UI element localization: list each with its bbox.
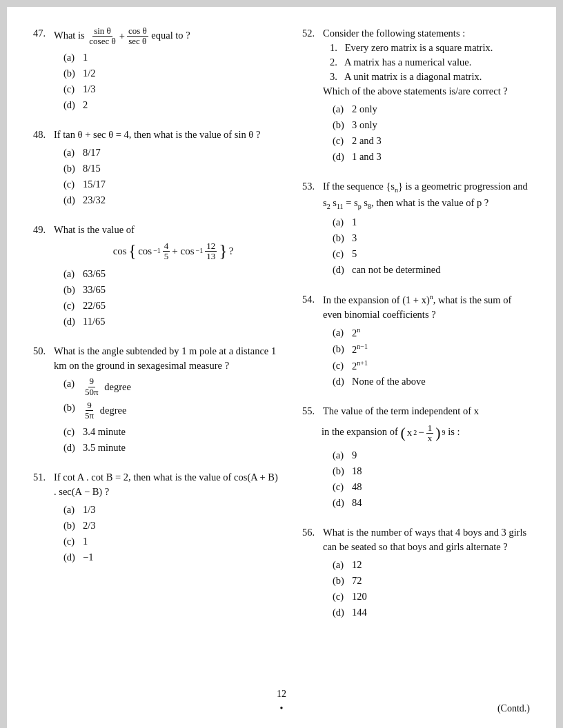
q47-formula: sin θ cosec θ + cos θ sec θ — [87, 26, 148, 47]
q50-body: What is the angle subtended by 1 m pole … — [54, 344, 283, 373]
q48-body: If tan θ + sec θ = 4, then what is the v… — [54, 128, 283, 142]
q49-options: (a)63/65 (b)33/65 (c)22/65 (d)11/65 — [63, 267, 283, 329]
q49-num: 49. — [33, 223, 51, 237]
q47-body: What is sin θ cosec θ + cos θ sec θ — [54, 26, 283, 47]
right-column: 52. Consider the following statements : … — [295, 26, 530, 635]
q53-body: If the sequence {sn} is a geometric prog… — [323, 179, 530, 212]
q48-num: 48. — [33, 128, 51, 142]
q53-options: (a)1 (b)3 (c)5 (d)can not be determined — [333, 215, 530, 277]
question-51: 51. If cot A . cot B = 2, then what is t… — [33, 470, 283, 565]
q56-options: (a)12 (b)72 (c)120 (d)144 — [333, 558, 530, 620]
question-48: 48. If tan θ + sec θ = 4, then what is t… — [33, 128, 283, 208]
exam-page: 47. What is sin θ cosec θ + cos θ sec θ — [7, 7, 556, 728]
q51-options: (a)1/3 (b)2/3 (c)1 (d)−1 — [63, 503, 283, 565]
q56-num: 56. — [302, 525, 320, 554]
question-49: 49. What is the value of cos { cos−1 4 5… — [33, 223, 283, 330]
q47-options: (a)1 (b)1/2 (c)1/3 (d)2 — [63, 50, 283, 112]
q55-formula: in the expansion of ( x2 − 1 x )9 is : — [322, 422, 530, 444]
question-56: 56. What is the number of ways that 4 bo… — [302, 525, 530, 620]
page-footer: 12 • — [7, 687, 556, 716]
q51-num: 51. — [33, 470, 51, 499]
q55-body: The value of the term independent of x — [323, 404, 530, 418]
q55-num: 55. — [302, 404, 320, 418]
q51-body: If cot A . cot B = 2, then what is the v… — [54, 470, 283, 499]
q56-body: What is the number of ways that 4 boys a… — [323, 525, 530, 554]
question-54: 54. In the expansion of (1 + x)n, what i… — [302, 292, 530, 389]
q54-options: (a)2n (b)2n−1 (c)2n+1 (d)None of the abo… — [333, 325, 530, 390]
q49-formula: cos { cos−1 4 5 + cos−1 12 13 } — [63, 241, 283, 262]
q50-options: (a) 9 50π degree (b) — [63, 376, 283, 454]
q54-body: In the expansion of (1 + x)n, what is th… — [323, 292, 530, 322]
q52-body: Consider the following statements : 1. E… — [323, 26, 530, 99]
q54-num: 54. — [302, 292, 320, 322]
question-53: 53. If the sequence {sn} is a geometric … — [302, 179, 530, 277]
question-52: 52. Consider the following statements : … — [302, 26, 530, 164]
q55-options: (a)9 (b)18 (c)48 (d)84 — [333, 448, 530, 510]
question-47: 47. What is sin θ cosec θ + cos θ sec θ — [33, 26, 283, 112]
q49-body: What is the value of — [54, 223, 283, 237]
page-number: 12 — [277, 689, 286, 699]
q50-num: 50. — [33, 344, 51, 373]
q47-num: 47. — [33, 26, 51, 47]
q52-options: (a)2 only (b)3 only (c)2 and 3 (d)1 and … — [333, 102, 530, 164]
question-55: 55. The value of the term independent of… — [302, 404, 530, 510]
contd-label: (Contd.) — [497, 702, 530, 716]
page-dot: • — [7, 702, 556, 716]
left-column: 47. What is sin θ cosec θ + cos θ sec θ — [33, 26, 295, 635]
q53-num: 53. — [302, 179, 320, 212]
q48-options: (a)8/17 (b)8/15 (c)15/17 (d)23/32 — [63, 145, 283, 208]
q52-num: 52. — [302, 26, 320, 99]
question-50: 50. What is the angle subtended by 1 m p… — [33, 344, 283, 454]
